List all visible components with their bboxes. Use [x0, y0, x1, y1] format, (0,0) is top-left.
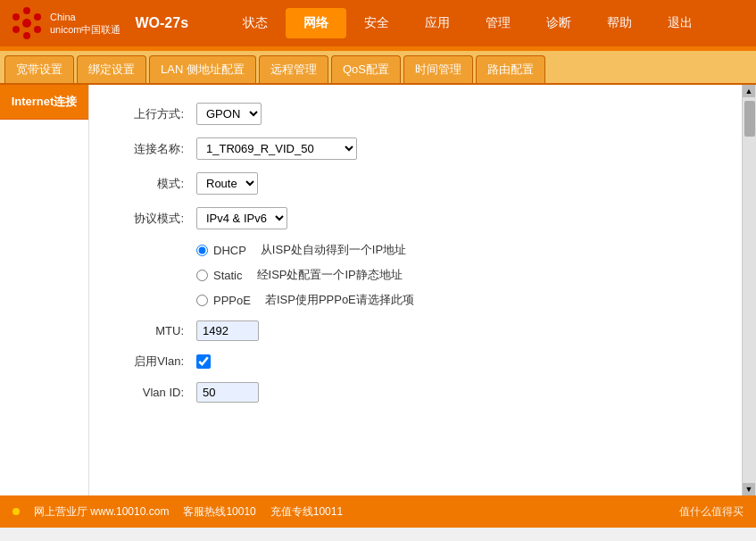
- static-radio-label: Static: [213, 269, 243, 282]
- header: China unicom中国联通 WO-27s 状态 网络 安全 应用 管理 诊…: [0, 0, 756, 46]
- connection-control: 1_TR069_R_VID_50: [196, 137, 357, 160]
- tab-bar: 宽带设置 绑定设置 LAN 侧地址配置 远程管理 QoS配置 时间管理 路由配置: [0, 51, 756, 85]
- vlanid-row: Vlan ID:: [116, 382, 715, 403]
- pppoe-radio[interactable]: [196, 295, 208, 306]
- svg-point-3: [34, 26, 41, 33]
- dhcp-radio[interactable]: [196, 245, 208, 256]
- brand-text: China unicom中国联通: [50, 11, 120, 37]
- model-label: WO-27s: [135, 15, 188, 31]
- mtu-row: MTU:: [116, 320, 715, 341]
- uplink-control: GPON: [196, 103, 262, 125]
- static-radio[interactable]: [196, 270, 208, 281]
- connection-select[interactable]: 1_TR069_R_VID_50: [196, 137, 357, 160]
- uplink-row: 上行方式: GPON: [116, 103, 715, 125]
- footer-dot: [12, 508, 20, 515]
- static-row: Static 经ISP处配置一个IP静态地址: [116, 267, 715, 283]
- pppoe-radio-label: PPPoE: [213, 294, 251, 307]
- footer-hotline: 客服热线10010: [183, 504, 255, 520]
- svg-point-7: [22, 19, 31, 28]
- tab-time[interactable]: 时间管理: [403, 55, 473, 83]
- protocol-select[interactable]: IPv4 & IPv6: [196, 207, 287, 229]
- dhcp-radio-label: DHCP: [213, 244, 246, 257]
- main-form: 上行方式: GPON 连接名称: 1_TR069_R_VID_50 模式: Ro…: [89, 85, 742, 495]
- scrollbar-down-arrow[interactable]: ▼: [743, 483, 755, 495]
- connection-label: 连接名称:: [116, 141, 196, 157]
- svg-point-5: [12, 26, 20, 33]
- tab-broadband[interactable]: 宽带设置: [4, 55, 74, 83]
- mode-row: 模式: Route: [116, 172, 715, 195]
- protocol-control: IPv4 & IPv6: [196, 207, 287, 229]
- dhcp-row: DHCP 从ISP处自动得到一个IP地址: [116, 242, 715, 258]
- vlanid-label: Vlan ID:: [116, 386, 196, 399]
- svg-point-2: [34, 13, 41, 21]
- protocol-label: 协议模式:: [116, 211, 196, 227]
- footer: 网上营业厅 www.10010.com 客服热线10010 充值专线10011 …: [0, 495, 756, 528]
- nav-item-status[interactable]: 状态: [225, 8, 286, 38]
- pppoe-option: PPPoE 若ISP使用PPPoE请选择此项: [196, 292, 414, 308]
- protocol-row: 协议模式: IPv4 & IPv6: [116, 207, 715, 229]
- nav-item-security[interactable]: 安全: [346, 8, 407, 38]
- uplink-select[interactable]: GPON: [196, 103, 262, 125]
- connection-row: 连接名称: 1_TR069_R_VID_50: [116, 137, 715, 160]
- svg-point-4: [23, 32, 30, 39]
- nav-item-logout[interactable]: 退出: [650, 8, 710, 38]
- nav-item-help[interactable]: 帮助: [589, 8, 650, 38]
- tab-route[interactable]: 路由配置: [476, 55, 545, 83]
- tab-lan-addr[interactable]: LAN 侧地址配置: [149, 55, 256, 83]
- mtu-label: MTU:: [116, 324, 196, 337]
- nav-item-manage[interactable]: 管理: [468, 8, 528, 38]
- footer-site: 网上营业厅 www.10010.com: [34, 504, 169, 520]
- main-nav: 状态 网络 安全 应用 管理 诊断 帮助 退出: [188, 8, 747, 38]
- dhcp-desc: 从ISP处自动得到一个IP地址: [261, 242, 406, 258]
- sidebar-item-internet[interactable]: Internet连接: [0, 85, 88, 120]
- static-option: Static 经ISP处配置一个IP静态地址: [196, 267, 403, 283]
- tab-binding[interactable]: 绑定设置: [77, 55, 146, 83]
- vlan-checkbox[interactable]: [196, 354, 211, 369]
- footer-logo: 值什么值得买: [679, 504, 744, 520]
- static-desc: 经ISP处配置一个IP静态地址: [257, 267, 403, 283]
- nav-item-network[interactable]: 网络: [286, 8, 346, 38]
- mtu-input[interactable]: [196, 320, 259, 341]
- mode-select[interactable]: Route: [196, 172, 258, 195]
- scrollbar-thumb[interactable]: [744, 101, 755, 137]
- scrollbar-up-arrow[interactable]: ▲: [743, 85, 755, 97]
- vlanid-input[interactable]: [196, 382, 259, 403]
- tab-remote[interactable]: 远程管理: [259, 55, 328, 83]
- scrollbar[interactable]: ▲ ▼: [742, 85, 756, 495]
- vlan-row: 启用Vlan:: [116, 354, 715, 370]
- tab-qos[interactable]: QoS配置: [331, 55, 401, 83]
- mode-control: Route: [196, 172, 258, 195]
- footer-topup: 充值专线10011: [270, 504, 343, 520]
- pppoe-row: PPPoE 若ISP使用PPPoE请选择此项: [116, 292, 715, 308]
- mode-label: 模式:: [116, 176, 196, 192]
- sidebar: Internet连接: [0, 85, 89, 495]
- uplink-label: 上行方式:: [116, 106, 196, 122]
- svg-point-6: [12, 13, 20, 21]
- content-area: Internet连接 上行方式: GPON 连接名称: 1_TR069_R_VI…: [0, 85, 756, 495]
- vlan-label: 启用Vlan:: [116, 354, 196, 370]
- pppoe-desc: 若ISP使用PPPoE请选择此项: [265, 292, 414, 308]
- svg-point-1: [23, 7, 30, 14]
- logo-area: China unicom中国联通 WO-27s: [9, 5, 188, 41]
- nav-item-diag[interactable]: 诊断: [528, 8, 589, 38]
- nav-item-app[interactable]: 应用: [407, 8, 468, 38]
- unicom-logo-icon: [9, 5, 45, 41]
- dhcp-option: DHCP 从ISP处自动得到一个IP地址: [196, 242, 406, 258]
